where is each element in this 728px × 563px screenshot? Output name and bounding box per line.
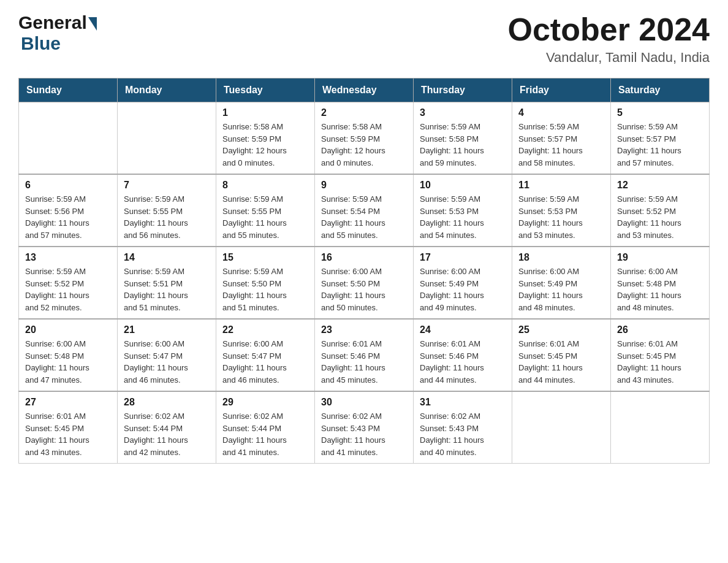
day-number: 21	[124, 324, 210, 335]
calendar-cell: 8Sunrise: 5:59 AM Sunset: 5:55 PM Daylig…	[216, 174, 315, 247]
day-number: 12	[617, 180, 703, 191]
calendar-header-sunday: Sunday	[19, 79, 118, 102]
calendar-week-row: 13Sunrise: 5:59 AM Sunset: 5:52 PM Dayli…	[19, 247, 710, 319]
day-number: 11	[518, 180, 604, 191]
day-info: Sunrise: 5:59 AM Sunset: 5:52 PM Dayligh…	[617, 193, 703, 241]
calendar-cell: 18Sunrise: 6:00 AM Sunset: 5:49 PM Dayli…	[512, 247, 611, 319]
day-number: 5	[617, 107, 703, 118]
calendar-header-monday: Monday	[118, 79, 216, 102]
day-info: Sunrise: 6:00 AM Sunset: 5:49 PM Dayligh…	[518, 266, 604, 313]
calendar-cell: 20Sunrise: 6:00 AM Sunset: 5:48 PM Dayli…	[19, 319, 118, 391]
page-header: General Blue October 2024 Vandalur, Tami…	[18, 12, 710, 66]
day-info: Sunrise: 6:01 AM Sunset: 5:45 PM Dayligh…	[25, 410, 111, 458]
day-number: 18	[518, 252, 604, 263]
calendar-cell: 5Sunrise: 5:59 AM Sunset: 5:57 PM Daylig…	[611, 102, 710, 175]
day-number: 31	[420, 397, 506, 408]
calendar-cell: 12Sunrise: 5:59 AM Sunset: 5:52 PM Dayli…	[611, 174, 710, 247]
calendar-cell: 19Sunrise: 6:00 AM Sunset: 5:48 PM Dayli…	[611, 247, 710, 319]
calendar-cell: 21Sunrise: 6:00 AM Sunset: 5:47 PM Dayli…	[118, 319, 216, 391]
calendar-cell: 24Sunrise: 6:01 AM Sunset: 5:46 PM Dayli…	[414, 319, 512, 391]
day-number: 29	[222, 397, 308, 408]
calendar-cell	[19, 102, 118, 175]
calendar-header-wednesday: Wednesday	[315, 79, 414, 102]
day-info: Sunrise: 5:59 AM Sunset: 5:50 PM Dayligh…	[222, 266, 308, 313]
calendar-week-row: 6Sunrise: 5:59 AM Sunset: 5:56 PM Daylig…	[19, 174, 710, 247]
day-info: Sunrise: 6:00 AM Sunset: 5:47 PM Dayligh…	[124, 338, 210, 386]
calendar-cell: 4Sunrise: 5:59 AM Sunset: 5:57 PM Daylig…	[512, 102, 611, 175]
day-number: 4	[518, 107, 604, 118]
day-number: 22	[222, 324, 308, 335]
calendar-cell: 31Sunrise: 6:02 AM Sunset: 5:43 PM Dayli…	[414, 391, 512, 464]
day-info: Sunrise: 5:59 AM Sunset: 5:57 PM Dayligh…	[617, 121, 703, 169]
calendar-cell: 13Sunrise: 5:59 AM Sunset: 5:52 PM Dayli…	[19, 247, 118, 319]
day-number: 17	[420, 252, 506, 263]
day-info: Sunrise: 6:02 AM Sunset: 5:43 PM Dayligh…	[420, 410, 506, 458]
calendar-cell: 28Sunrise: 6:02 AM Sunset: 5:44 PM Dayli…	[118, 391, 216, 464]
day-number: 15	[222, 252, 308, 263]
calendar-cell: 10Sunrise: 5:59 AM Sunset: 5:53 PM Dayli…	[414, 174, 512, 247]
day-info: Sunrise: 5:59 AM Sunset: 5:58 PM Dayligh…	[420, 121, 506, 169]
calendar-cell: 11Sunrise: 5:59 AM Sunset: 5:53 PM Dayli…	[512, 174, 611, 247]
calendar-cell: 26Sunrise: 6:01 AM Sunset: 5:45 PM Dayli…	[611, 319, 710, 391]
day-number: 13	[25, 252, 111, 263]
day-number: 2	[321, 107, 407, 118]
day-info: Sunrise: 6:02 AM Sunset: 5:44 PM Dayligh…	[222, 410, 308, 458]
calendar-cell: 16Sunrise: 6:00 AM Sunset: 5:50 PM Dayli…	[315, 247, 414, 319]
day-number: 26	[617, 324, 703, 335]
calendar-table: SundayMondayTuesdayWednesdayThursdayFrid…	[18, 78, 710, 464]
day-number: 8	[222, 180, 308, 191]
day-number: 30	[321, 397, 407, 408]
day-info: Sunrise: 6:02 AM Sunset: 5:44 PM Dayligh…	[124, 410, 210, 458]
calendar-cell: 1Sunrise: 5:58 AM Sunset: 5:59 PM Daylig…	[216, 102, 315, 175]
day-info: Sunrise: 6:01 AM Sunset: 5:45 PM Dayligh…	[518, 338, 604, 386]
day-number: 10	[420, 180, 506, 191]
day-info: Sunrise: 5:59 AM Sunset: 5:56 PM Dayligh…	[25, 193, 111, 241]
calendar-week-row: 1Sunrise: 5:58 AM Sunset: 5:59 PM Daylig…	[19, 102, 710, 175]
day-info: Sunrise: 6:00 AM Sunset: 5:48 PM Dayligh…	[25, 338, 111, 386]
day-info: Sunrise: 5:59 AM Sunset: 5:51 PM Dayligh…	[124, 266, 210, 313]
logo: General Blue	[18, 12, 97, 54]
calendar-header-thursday: Thursday	[414, 79, 512, 102]
logo-triangle-icon	[88, 17, 97, 31]
calendar-cell	[611, 391, 710, 464]
day-number: 24	[420, 324, 506, 335]
day-info: Sunrise: 5:59 AM Sunset: 5:57 PM Dayligh…	[518, 121, 604, 169]
calendar-cell: 23Sunrise: 6:01 AM Sunset: 5:46 PM Dayli…	[315, 319, 414, 391]
day-number: 7	[124, 180, 210, 191]
calendar-week-row: 27Sunrise: 6:01 AM Sunset: 5:45 PM Dayli…	[19, 391, 710, 464]
calendar-header-friday: Friday	[512, 79, 611, 102]
day-info: Sunrise: 6:01 AM Sunset: 5:46 PM Dayligh…	[321, 338, 407, 386]
calendar-header-tuesday: Tuesday	[216, 79, 315, 102]
calendar-cell: 25Sunrise: 6:01 AM Sunset: 5:45 PM Dayli…	[512, 319, 611, 391]
day-info: Sunrise: 5:59 AM Sunset: 5:52 PM Dayligh…	[25, 266, 111, 313]
day-number: 6	[25, 180, 111, 191]
calendar-cell: 22Sunrise: 6:00 AM Sunset: 5:47 PM Dayli…	[216, 319, 315, 391]
day-info: Sunrise: 5:59 AM Sunset: 5:55 PM Dayligh…	[222, 193, 308, 241]
day-number: 16	[321, 252, 407, 263]
calendar-cell	[512, 391, 611, 464]
day-number: 20	[25, 324, 111, 335]
day-number: 14	[124, 252, 210, 263]
calendar-cell: 27Sunrise: 6:01 AM Sunset: 5:45 PM Dayli…	[19, 391, 118, 464]
calendar-cell	[118, 102, 216, 175]
day-info: Sunrise: 5:59 AM Sunset: 5:55 PM Dayligh…	[124, 193, 210, 241]
logo-general-text: General	[18, 12, 87, 33]
day-info: Sunrise: 5:58 AM Sunset: 5:59 PM Dayligh…	[321, 121, 407, 169]
day-number: 28	[124, 397, 210, 408]
calendar-cell: 3Sunrise: 5:59 AM Sunset: 5:58 PM Daylig…	[414, 102, 512, 175]
day-info: Sunrise: 5:59 AM Sunset: 5:53 PM Dayligh…	[518, 193, 604, 241]
month-title: October 2024	[508, 12, 710, 47]
logo-blue-text: Blue	[21, 33, 61, 54]
day-number: 25	[518, 324, 604, 335]
day-info: Sunrise: 6:01 AM Sunset: 5:46 PM Dayligh…	[420, 338, 506, 386]
day-number: 3	[420, 107, 506, 118]
day-info: Sunrise: 6:01 AM Sunset: 5:45 PM Dayligh…	[617, 338, 703, 386]
day-info: Sunrise: 6:00 AM Sunset: 5:48 PM Dayligh…	[617, 266, 703, 313]
day-info: Sunrise: 6:00 AM Sunset: 5:49 PM Dayligh…	[420, 266, 506, 313]
calendar-cell: 9Sunrise: 5:59 AM Sunset: 5:54 PM Daylig…	[315, 174, 414, 247]
location-text: Vandalur, Tamil Nadu, India	[508, 50, 710, 66]
day-info: Sunrise: 5:59 AM Sunset: 5:54 PM Dayligh…	[321, 193, 407, 241]
calendar-cell: 6Sunrise: 5:59 AM Sunset: 5:56 PM Daylig…	[19, 174, 118, 247]
calendar-cell: 15Sunrise: 5:59 AM Sunset: 5:50 PM Dayli…	[216, 247, 315, 319]
day-info: Sunrise: 6:00 AM Sunset: 5:50 PM Dayligh…	[321, 266, 407, 313]
